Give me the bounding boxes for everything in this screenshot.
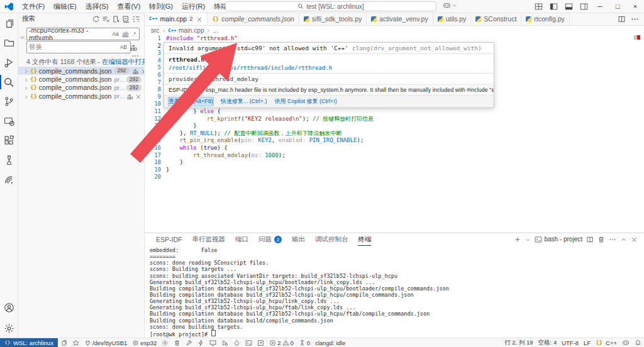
- hover-file-path-link[interactable]: /root/sifli-sdk/rtos/rtthread/include/rt…: [164, 65, 494, 73]
- eol-sequence[interactable]: LF: [581, 338, 593, 347]
- menuconfig-button[interactable]: [159, 338, 171, 347]
- menu-item[interactable]: 转到(G): [145, 0, 177, 13]
- toggle-sidebar-button[interactable]: [546, 0, 561, 13]
- remote-indicator[interactable]: WSL: archlinux: [0, 338, 58, 347]
- menu-item[interactable]: 查看(V): [113, 0, 145, 13]
- breadcrumb-item[interactable]: ...: [213, 27, 218, 34]
- sidebar-item-run-tools[interactable]: [0, 53, 18, 72]
- cursor-position[interactable]: 行 2, 列 19: [502, 338, 535, 347]
- toggle-replace-chevron[interactable]: [19, 33, 26, 41]
- toggle-panel-button[interactable]: [561, 0, 576, 13]
- language-mode[interactable]: {}C++: [593, 338, 619, 347]
- sidebar-item-source-control[interactable]: [0, 92, 18, 111]
- panel-tab-输出[interactable]: 输出: [287, 233, 310, 246]
- serial-port-button[interactable]: /dev/ttyUSB1: [82, 338, 130, 347]
- tab-activate_venv.py[interactable]: activate_venv.py: [367, 13, 433, 25]
- search-result-row[interactable]: {}compile_commands.jsonproject/build...2…: [18, 75, 144, 83]
- open-search-editor-button[interactable]: [112, 14, 120, 23]
- clangd-status[interactable]: clangd: idle: [313, 338, 348, 347]
- collapse-all-button[interactable]: [122, 14, 130, 23]
- sidebar-item-folder[interactable]: [0, 33, 18, 53]
- tab-SConstruct[interactable]: SConstruct: [471, 13, 521, 25]
- sidebar-item-explorer[interactable]: [0, 14, 18, 33]
- panel-tab-串行监视器[interactable]: 串行监视器: [187, 233, 230, 246]
- panel-tab-ESP-IDF[interactable]: ESP-IDF: [151, 233, 187, 246]
- replace-all-button[interactable]: [129, 43, 138, 52]
- tab-compile_commands.json[interactable]: {}compile_commands.json: [208, 13, 299, 25]
- esp-idf-tools-button[interactable]: [58, 338, 70, 347]
- indentation[interactable]: 空格: 4: [536, 338, 560, 347]
- replace-all-in-file-button[interactable]: [126, 92, 133, 101]
- problems-counter[interactable]: 2 0: [267, 338, 296, 347]
- panel-tab-问题[interactable]: 问题2: [253, 233, 287, 246]
- close-panel-button[interactable]: [631, 236, 638, 243]
- flash-method-button[interactable]: [70, 338, 82, 347]
- command-center-search[interactable]: test [WSL: archlinux]: [225, 1, 436, 11]
- notifications-bell[interactable]: [632, 338, 644, 347]
- expand-chevron-icon[interactable]: [23, 75, 29, 83]
- flash-button[interactable]: [195, 338, 207, 347]
- panel-tab-端口[interactable]: 端口: [230, 233, 253, 246]
- code-editor[interactable]: 1#include "rtthread.h"234567891011 } els…: [145, 35, 644, 233]
- replace-all-in-file-button[interactable]: [132, 67, 139, 75]
- terminal-profile-dropdown[interactable]: [525, 236, 531, 243]
- tab-rtconfig.py[interactable]: rtconfig.py: [521, 13, 569, 25]
- search-input[interactable]: -mcpu=cortex-m33 -mthumb Aa ab .*: [26, 28, 140, 40]
- close-window-button[interactable]: ×: [626, 0, 644, 13]
- view-as-tree-button[interactable]: [132, 14, 140, 23]
- maximize-button[interactable]: □: [609, 0, 626, 13]
- debug-button[interactable]: [219, 338, 231, 347]
- panel-more-actions-button[interactable]: [609, 236, 616, 243]
- panel-tab-终端[interactable]: 终端: [353, 233, 376, 246]
- search-result-row[interactable]: {}compile_commands.jsonproject/b...: [18, 92, 144, 100]
- maximize-panel-button[interactable]: [620, 236, 627, 243]
- settings-gear-button[interactable]: [0, 319, 18, 338]
- execute-command-button[interactable]: [255, 338, 267, 347]
- customize-layout-button[interactable]: [531, 0, 546, 13]
- match-case-toggle[interactable]: Aa: [111, 30, 119, 38]
- breadcrumb-item[interactable]: main.cpp: [179, 27, 204, 34]
- copilot-menu[interactable]: [443, 1, 457, 9]
- account-button[interactable]: [0, 298, 18, 317]
- monitor-button[interactable]: [207, 338, 219, 347]
- expand-chevron-icon[interactable]: [23, 92, 29, 100]
- kill-terminal-button[interactable]: [597, 236, 605, 243]
- tab-sifli_sdk_tools.py[interactable]: sifli_sdk_tools.py: [299, 13, 367, 25]
- preserve-case-toggle[interactable]: AB: [119, 43, 128, 51]
- panel-tab-调试控制台[interactable]: 调试控制台: [310, 233, 353, 246]
- sidebar-item-remote-explorer[interactable]: [0, 111, 18, 131]
- fix-with-copilot-link[interactable]: 使用 Copilot 修复 (Ctrl+I): [275, 97, 337, 106]
- split-terminal-button[interactable]: [586, 236, 594, 243]
- erase-flash-button[interactable]: [231, 338, 243, 347]
- sidebar-item-serial-monitor[interactable]: [0, 170, 18, 189]
- sidebar-item-extensions[interactable]: [0, 131, 18, 150]
- minimize-button[interactable]: ─: [591, 0, 609, 13]
- editor-more-actions-button[interactable]: [631, 14, 639, 23]
- tab-main.cpp[interactable]: C++main.cpp2: [145, 13, 208, 25]
- terminal-output[interactable]: embedded: False========scons: done readi…: [145, 246, 644, 338]
- replace-input[interactable]: 替换 AB: [26, 41, 131, 53]
- regex-toggle[interactable]: .*: [131, 30, 137, 38]
- full-clean-button[interactable]: [171, 338, 183, 347]
- terminal-tab-item[interactable]: bash - project: [535, 236, 582, 243]
- sidebar-item-search[interactable]: [0, 72, 18, 92]
- open-in-editor-link[interactable]: 在编辑器中打开: [102, 58, 148, 65]
- dismiss-result-button[interactable]: [135, 92, 142, 101]
- idf-terminal-button[interactable]: [243, 338, 255, 347]
- whole-word-toggle[interactable]: ab: [121, 30, 130, 38]
- copilot-status[interactable]: [619, 338, 632, 347]
- clear-results-button[interactable]: [102, 14, 110, 23]
- menu-item[interactable]: 运行(R): [177, 0, 209, 13]
- menu-item[interactable]: 文件(F): [18, 0, 49, 13]
- dismiss-result-button[interactable]: [141, 67, 144, 75]
- menu-item[interactable]: 选择(S): [81, 0, 113, 13]
- breadcrumb-item[interactable]: src: [151, 27, 159, 34]
- encoding[interactable]: UTF-8: [559, 338, 581, 347]
- new-terminal-button[interactable]: [514, 236, 521, 243]
- toggle-secondary-sidebar-button[interactable]: [576, 0, 591, 13]
- split-editor-button[interactable]: [618, 14, 626, 23]
- expand-chevron-icon[interactable]: [23, 84, 29, 91]
- menu-item[interactable]: 编辑(E): [49, 0, 81, 13]
- ports-forwarded[interactable]: 0: [296, 338, 313, 347]
- refresh-button[interactable]: [92, 14, 100, 23]
